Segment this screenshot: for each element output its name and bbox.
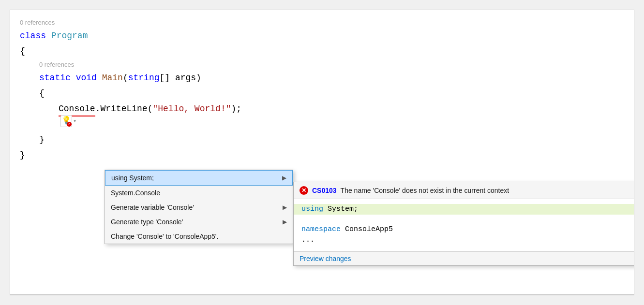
code-line-class: class Program xyxy=(20,29,624,44)
preview-line-dots: ... xyxy=(301,236,633,247)
lightbulb-button[interactable]: 💡 ✕ xyxy=(60,116,72,127)
preview-changes-link[interactable]: Preview changes xyxy=(300,255,351,262)
dropdown-arrow: ▾ xyxy=(73,117,76,126)
void-keyword: void xyxy=(76,71,97,85)
error-code: CS0103 xyxy=(312,187,337,194)
class-keyword: class xyxy=(20,29,46,43)
editor-container: 0 references class Program { 0 reference… xyxy=(10,10,634,295)
menu-item-change-console[interactable]: Change 'Console' to 'ConsoleApp5'. xyxy=(105,229,293,244)
code-line-console: Console.WriteLine("Hello, World!"); xyxy=(20,102,624,117)
ref-label-main: 0 references xyxy=(20,60,624,70)
string-literal: "Hello, World!" xyxy=(152,102,231,116)
error-badge: ✕ xyxy=(67,122,72,127)
lightbulb-row: 💡 ✕ ▾ xyxy=(20,116,624,131)
bottom-border xyxy=(10,294,634,295)
menu-item-generate-type[interactable]: Generate type 'Console' ▶ xyxy=(105,215,293,229)
menu-item-generate-variable[interactable]: Generate variable 'Console' ▶ xyxy=(105,200,293,215)
code-line-main: static void Main ( string [] args) xyxy=(20,71,624,87)
code-area: 0 references class Program { 0 reference… xyxy=(10,10,634,172)
console-squiggle: Console xyxy=(59,102,95,117)
preview-line-using: using System; xyxy=(294,204,634,215)
menu-item-system-console[interactable]: System.Console xyxy=(105,186,293,200)
error-message: The name 'Console' does not exist in the… xyxy=(341,187,509,194)
code-preview-area: using System; namespace ConsoleApp5 ... xyxy=(294,199,634,251)
submenu-arrow: ▶ xyxy=(282,174,286,181)
class-name: Program xyxy=(51,29,88,43)
preview-footer: Preview changes xyxy=(294,251,634,265)
ref-label-class: 0 references xyxy=(20,18,624,28)
code-line-open-brace2: { xyxy=(20,87,624,102)
tooltip-header: ✕ CS0103 The name 'Console' does not exi… xyxy=(294,182,634,199)
preview-line-empty xyxy=(301,215,633,225)
submenu-arrow-3: ▶ xyxy=(283,218,287,225)
menu-item-using-system[interactable]: using System; ▶ xyxy=(105,170,293,186)
static-keyword: static xyxy=(39,71,71,85)
submenu-arrow-2: ▶ xyxy=(283,204,287,211)
preview-line-namespace: namespace ConsoleApp5 xyxy=(301,225,633,236)
code-line-close-brace2: } xyxy=(20,133,624,148)
error-tooltip-panel: ✕ CS0103 The name 'Console' does not exi… xyxy=(293,182,634,266)
quick-fix-dropdown: using System; ▶ System.Console Generate … xyxy=(105,170,293,244)
main-params: ( xyxy=(123,71,128,85)
main-name: Main xyxy=(102,71,123,85)
code-line-open-brace1: { xyxy=(20,44,624,60)
code-line-close-brace1: } xyxy=(20,148,624,164)
error-circle-icon: ✕ xyxy=(300,186,308,195)
